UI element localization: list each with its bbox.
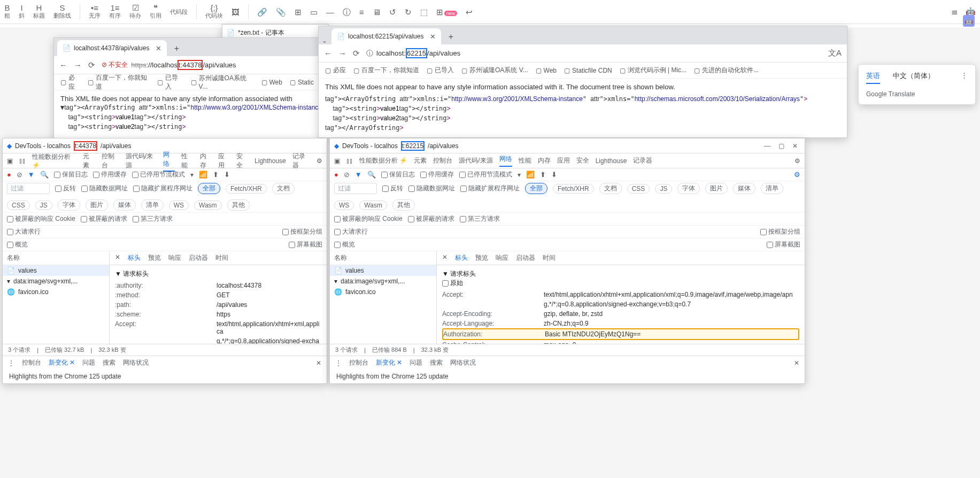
filter-pill[interactable]: 其他	[392, 199, 415, 211]
url-bar[interactable]: ⊘ 不安全 https://localhost:44378/api/values	[102, 60, 315, 70]
bookmark-item[interactable]: ▢Staticfile CDN	[564, 67, 612, 74]
ai-assistant-icon[interactable]: 🤖	[963, 15, 975, 27]
bookmark-item[interactable]: ▢必应	[60, 73, 80, 91]
filter-pill[interactable]: 字体	[677, 183, 700, 194]
checkbox-option[interactable]: 被屏蔽的请求	[81, 214, 127, 223]
checkbox-option[interactable]: 隐藏数据网址	[81, 184, 128, 193]
close-icon[interactable]: ✕	[316, 359, 321, 367]
devtools-tab[interactable]: 性能数据分析 ⚡	[359, 156, 407, 165]
drawer-tab[interactable]: 控制台	[22, 358, 41, 367]
filter-pill[interactable]: 清单	[761, 183, 783, 194]
bookmark-item[interactable]: ▢百度一下，你就知道	[353, 66, 419, 75]
devtools-tab[interactable]: 控制台	[102, 152, 119, 170]
filter-pill[interactable]: 文档	[272, 183, 295, 194]
drawer-tab[interactable]: 问题	[82, 358, 95, 367]
close-icon[interactable]: ✕	[790, 142, 800, 150]
bookmark-item[interactable]: ▢百度一下，你就知道	[88, 73, 150, 91]
reload-icon[interactable]: ⟳	[88, 60, 95, 70]
browser-tab[interactable]: 📄localhost:62215/api/values✕	[331, 28, 441, 44]
filter-icon[interactable]: ▼	[28, 171, 35, 179]
forward-icon[interactable]: →	[74, 60, 82, 70]
checkbox-option[interactable]: 已停用节流模式	[132, 170, 185, 179]
filter-input[interactable]: 过滤	[7, 183, 50, 194]
maximize-icon[interactable]: ▢	[776, 142, 786, 150]
devtools-tab[interactable]: 应用	[557, 156, 570, 165]
browser-tab[interactable]: 📄localhost:44378/api/values✕	[57, 40, 167, 56]
upload-icon[interactable]: ⬆	[213, 171, 219, 179]
bookmark-item[interactable]: ▢Web	[536, 67, 557, 74]
checkbox-option[interactable]: 停用缓存	[93, 170, 127, 179]
toolbar-btn[interactable]: 代码段	[170, 8, 188, 16]
download-icon[interactable]: ⬇	[224, 171, 230, 179]
toolbar-btn[interactable]: 1≡有序	[109, 4, 121, 20]
url-bar[interactable]: ⓘ localhost:62215/api/values	[366, 49, 822, 58]
translate-icon[interactable]: 文A	[828, 48, 842, 58]
close-icon[interactable]: ✕	[430, 33, 436, 41]
checkbox-option[interactable]: 大请求行	[334, 227, 368, 236]
devtools-tab[interactable]: 控制台	[433, 156, 452, 165]
toolbar-btn[interactable]: {;}代码块	[205, 4, 223, 20]
filter-pill[interactable]: 媒体	[113, 199, 136, 211]
gear-icon[interactable]: ⚙	[794, 171, 800, 179]
checkbox-option[interactable]: 停用缓存	[420, 170, 454, 179]
search-icon[interactable]: 🔍	[40, 171, 49, 179]
checkbox-option[interactable]: 被屏蔽的响应 Cookie	[7, 214, 75, 223]
close-icon[interactable]: ✕	[115, 253, 120, 263]
filter-pill[interactable]: 图片	[86, 199, 108, 211]
filter-pill[interactable]: CSS	[627, 184, 650, 194]
checkbox-option[interactable]: 概览	[7, 240, 28, 249]
devtools-tab[interactable]: 内存	[200, 152, 212, 170]
checkbox-option[interactable]: 第三方请求	[133, 214, 173, 223]
checkbox-option[interactable]: 按框架分组	[760, 227, 800, 236]
filter-pill[interactable]: Fetch/XHR	[553, 184, 594, 194]
search-icon[interactable]: 🔍	[367, 171, 376, 179]
drawer-tab[interactable]: 新变化 ✕	[376, 358, 402, 367]
record-icon[interactable]: ●	[7, 171, 11, 179]
filter-icon[interactable]: ▼	[355, 171, 362, 179]
filter-pill[interactable]: WS	[334, 201, 354, 210]
request-item[interactable]: 🌐favicon.ico	[3, 287, 109, 297]
new-tab-button[interactable]: +	[443, 29, 458, 44]
checkbox-option[interactable]: 第三方请求	[460, 214, 500, 223]
devtools-tab[interactable]: 安全	[576, 156, 589, 165]
filter-pill[interactable]: 媒体	[733, 183, 755, 194]
device-icon[interactable]: ⫿⫿	[19, 157, 26, 165]
toolbar-btn[interactable]: B粗	[4, 4, 10, 20]
devtools-tab[interactable]: 记录器	[633, 156, 652, 165]
drawer-tab[interactable]: 控制台	[349, 358, 368, 367]
header-tab[interactable]: 响应	[168, 253, 181, 263]
devtools-tab[interactable]: 元素	[414, 156, 427, 165]
filter-pill[interactable]: Wasm	[359, 201, 387, 210]
filter-pill[interactable]: 清单	[141, 199, 164, 211]
header-tab[interactable]: 标头	[128, 253, 141, 263]
filter-pill[interactable]: JS	[655, 184, 672, 194]
toolbar-btn[interactable]: 📎	[276, 8, 286, 16]
record-icon[interactable]: ●	[334, 171, 338, 179]
drawer-tab[interactable]: 搜索	[430, 358, 443, 367]
bookmark-item[interactable]: ▢浏览代码示例 | Mic...	[620, 66, 686, 75]
toolbar-btn[interactable]: ≡	[359, 8, 364, 16]
filter-pill[interactable]: WS	[169, 201, 189, 210]
checkbox-option[interactable]: 隐藏扩展程序网址	[133, 184, 192, 193]
wifi-icon[interactable]: 📶	[526, 171, 535, 179]
checkbox-option[interactable]: 隐藏扩展程序网址	[460, 184, 520, 193]
checkbox-option[interactable]: 反转	[382, 184, 403, 193]
filter-pill[interactable]: 图片	[705, 183, 728, 194]
devtools-tab[interactable]: 记录器	[292, 152, 310, 170]
toolbar-btn[interactable]: 🖼	[232, 8, 240, 16]
new-tab-button[interactable]: +	[169, 41, 184, 56]
devtools-tab[interactable]: 源代码/来源	[459, 156, 492, 165]
header-tab[interactable]: 预览	[148, 253, 161, 263]
close-icon[interactable]: ✕	[156, 44, 161, 52]
drawer-tab[interactable]: 问题	[410, 358, 422, 367]
back-icon[interactable]: ←	[324, 49, 332, 58]
toolbar-btn[interactable]: ↩	[466, 8, 473, 16]
back-icon[interactable]: ←	[59, 60, 67, 70]
drawer-tab[interactable]: 搜索	[103, 358, 115, 367]
checkbox-option[interactable]: 隐藏数据网址	[408, 184, 455, 193]
toolbar-right-icon[interactable]: ≣	[951, 7, 958, 17]
forward-icon[interactable]: →	[338, 49, 346, 58]
bookmark-item[interactable]: ▢苏州诚隆OA系统 V...	[461, 66, 528, 75]
header-tab[interactable]: 启动器	[516, 253, 535, 263]
devtools-tab[interactable]: 元素	[83, 152, 95, 170]
